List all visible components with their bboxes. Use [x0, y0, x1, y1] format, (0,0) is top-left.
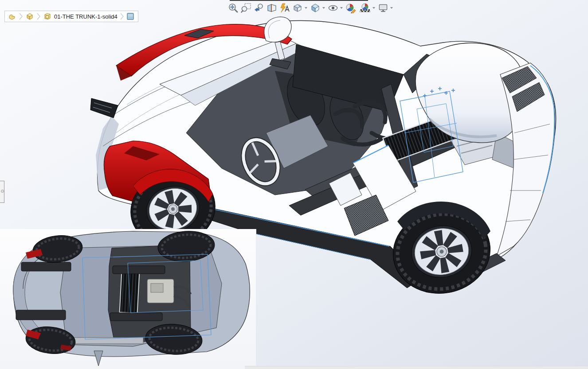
breadcrumb-chevron — [120, 12, 124, 20]
left-panel-edge-handle — [1, 190, 4, 193]
breadcrumb-item-solid-body[interactable]: 01-THE TRUNK-1-solid4 — [42, 12, 118, 21]
edit-appearance-icon — [345, 3, 357, 13]
eye-icon — [328, 3, 338, 13]
breadcrumb-chevron — [19, 12, 23, 20]
previous-view-button[interactable] — [253, 1, 265, 15]
zoom-to-area-button[interactable] — [240, 1, 252, 15]
view-settings-button[interactable] — [377, 1, 394, 15]
solid-bodies-icon — [25, 12, 34, 21]
apply-scene-button[interactable] — [358, 1, 376, 15]
edit-appearance-button[interactable] — [345, 1, 358, 15]
dynamic-annotation-views-button[interactable] — [278, 1, 291, 15]
application-window: { "breadcrumb": { "items": [ { "name": "… — [0, 0, 588, 369]
section-view-icon — [267, 3, 277, 13]
breadcrumb-item-solid-bodies[interactable] — [24, 12, 35, 21]
menu-bar-divider — [230, 0, 368, 1]
heads-up-view-toolbar — [227, 1, 394, 15]
apply-scene-dropdown-arrow[interactable] — [372, 7, 375, 9]
appearance-swatch-icon — [126, 12, 134, 20]
annotation-views-icon — [279, 3, 290, 13]
3d-viewport[interactable] — [0, 0, 588, 369]
monitor-icon — [378, 3, 388, 13]
view-orientation-icon — [292, 3, 303, 13]
headlight[interactable] — [90, 98, 118, 118]
hide-show-dropdown-arrow[interactable] — [340, 7, 343, 9]
left-panel-edge[interactable] — [0, 181, 4, 203]
hide-show-items-button[interactable] — [327, 1, 344, 15]
apply-scene-icon — [359, 3, 371, 13]
view-settings-dropdown-arrow[interactable] — [390, 7, 393, 9]
display-style-dropdown-arrow[interactable] — [322, 7, 325, 9]
breadcrumb-item-appearance[interactable] — [125, 12, 135, 21]
zoom-to-fit-icon — [228, 3, 239, 13]
inset-bottom-view[interactable] — [0, 229, 256, 369]
part-icon — [8, 12, 16, 21]
breadcrumb-item-label: 01-THE TRUNK-1-solid4 — [54, 13, 118, 20]
breadcrumb-item-part[interactable] — [7, 12, 17, 21]
display-style-button[interactable] — [309, 1, 326, 15]
solid-body-icon — [43, 12, 52, 21]
zoom-to-fit-button[interactable] — [227, 1, 239, 15]
display-style-icon — [310, 3, 321, 13]
zoom-to-area-icon — [241, 3, 251, 13]
view-orientation-button[interactable] — [291, 1, 309, 15]
breadcrumb-chevron — [36, 12, 41, 20]
view-orientation-dropdown-arrow[interactable] — [305, 7, 307, 9]
breadcrumb: 01-THE TRUNK-1-solid4 — [4, 11, 138, 22]
previous-view-icon — [254, 3, 264, 13]
status-bar-edge — [245, 366, 588, 369]
section-view-button[interactable] — [266, 1, 278, 15]
